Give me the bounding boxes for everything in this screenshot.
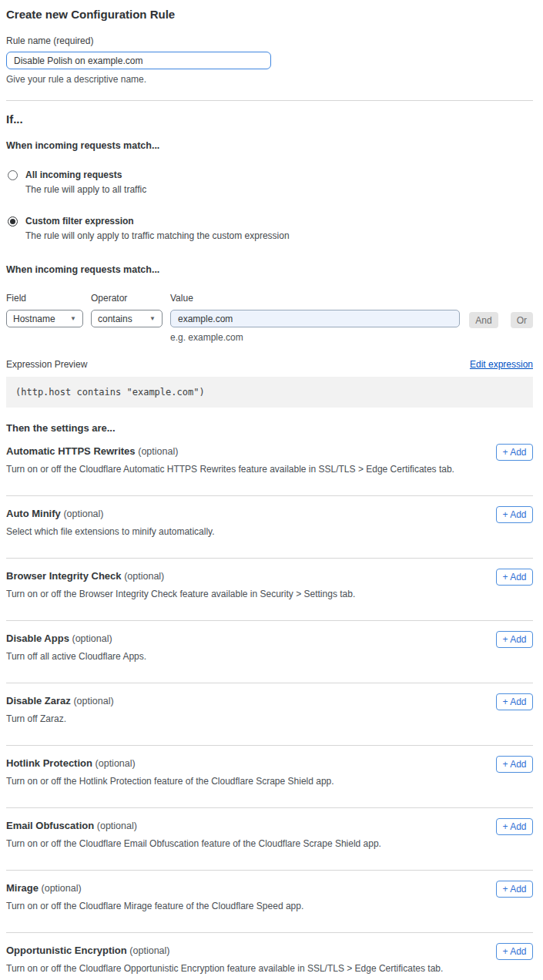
field-select[interactable]: Hostname ▼	[6, 310, 83, 327]
then-heading: Then the settings are...	[6, 422, 533, 434]
setting-optional: (optional)	[73, 696, 113, 706]
expression-preview-header: Expression Preview Edit expression	[6, 359, 533, 370]
setting-description: Turn on or off the Cloudflare Email Obfu…	[6, 838, 468, 849]
radio-checked-icon[interactable]	[8, 216, 18, 227]
radio-description: The rule will only apply to traffic matc…	[25, 230, 290, 241]
setting-name: Auto Minify	[6, 508, 61, 519]
value-label: Value	[170, 293, 460, 304]
field-select-value: Hostname	[13, 314, 55, 324]
radio-all-incoming-text: All incoming requests The rule will appl…	[25, 169, 146, 195]
setting-row-mirage: Mirage (optional) Turn on or off the Clo…	[6, 871, 533, 933]
setting-description: Turn on or off the Cloudflare Opportunis…	[6, 963, 468, 974]
setting-row-email-obfuscation: Email Obfuscation (optional) Turn on or …	[6, 808, 533, 871]
radio-unchecked-icon[interactable]	[8, 170, 18, 180]
setting-name: Mirage	[6, 882, 39, 894]
builder-heading: When incoming requests match...	[6, 264, 533, 275]
setting-name: Opportunistic Encryption	[6, 945, 127, 956]
setting-name: Email Obfuscation	[6, 820, 94, 831]
add-button[interactable]: + Add	[496, 881, 533, 898]
rule-name-input[interactable]	[6, 52, 271, 69]
value-helper: e.g. example.com	[170, 332, 460, 343]
setting-optional: (optional)	[138, 446, 178, 457]
setting-optional: (optional)	[42, 883, 82, 894]
expression-preview-label: Expression Preview	[6, 359, 87, 370]
setting-optional: (optional)	[72, 633, 112, 644]
divider	[6, 100, 533, 101]
operator-select[interactable]: contains ▼	[91, 310, 163, 327]
operator-select-value: contains	[98, 314, 132, 324]
setting-description: Turn on or off the Browser Integrity Che…	[6, 589, 468, 599]
setting-row-automatic-https-rewrites: Automatic HTTPS Rewrites (optional) Turn…	[6, 434, 533, 496]
setting-optional: (optional)	[129, 945, 169, 956]
rule-name-label: Rule name (required)	[6, 35, 533, 46]
setting-row-disable-zaraz: Disable Zaraz (optional) Turn off Zaraz.…	[6, 683, 533, 746]
edit-expression-link[interactable]: Edit expression	[470, 359, 533, 370]
and-or-buttons: And Or	[469, 312, 533, 328]
rule-name-helper: Give your rule a descriptive name.	[6, 74, 533, 85]
add-button[interactable]: + Add	[496, 943, 533, 960]
radio-label: All incoming requests	[25, 169, 146, 180]
or-button[interactable]: Or	[511, 312, 533, 328]
add-button[interactable]: + Add	[496, 444, 533, 461]
setting-name: Disable Apps	[6, 633, 69, 644]
setting-description: Turn off all active Cloudflare Apps.	[6, 651, 468, 662]
operator-column: Operator contains ▼	[91, 293, 163, 327]
field-column: Field Hostname ▼	[6, 293, 83, 327]
setting-name: Disable Zaraz	[6, 695, 71, 706]
setting-row-auto-minify: Auto Minify (optional) Select which file…	[6, 496, 533, 559]
field-label: Field	[6, 293, 83, 304]
setting-description: Turn on or off the Hotlink Protection fe…	[6, 776, 468, 787]
and-button[interactable]: And	[469, 312, 498, 328]
setting-row-opportunistic-encryption: Opportunistic Encryption (optional) Turn…	[6, 933, 533, 980]
add-button[interactable]: + Add	[496, 818, 533, 835]
value-column: Value e.g. example.com	[170, 293, 460, 343]
setting-description: Turn on or off the Cloudflare Automatic …	[6, 464, 468, 475]
radio-all-incoming[interactable]: All incoming requests The rule will appl…	[6, 169, 533, 195]
chevron-down-icon: ▼	[70, 315, 76, 322]
add-button[interactable]: + Add	[496, 693, 533, 710]
setting-row-browser-integrity-check: Browser Integrity Check (optional) Turn …	[6, 559, 533, 621]
match-heading: When incoming requests match...	[6, 140, 533, 151]
radio-description: The rule will apply to all traffic	[25, 184, 146, 195]
value-input[interactable]	[170, 310, 460, 327]
setting-optional: (optional)	[96, 758, 136, 769]
operator-label: Operator	[91, 293, 163, 304]
setting-name: Browser Integrity Check	[6, 570, 122, 582]
add-button[interactable]: + Add	[496, 631, 533, 648]
setting-row-hotlink-protection: Hotlink Protection (optional) Turn on or…	[6, 746, 533, 808]
if-heading: If...	[6, 112, 533, 126]
page-title: Create new Configuration Rule	[6, 8, 533, 21]
radio-custom-filter-text: Custom filter expression The rule will o…	[25, 216, 290, 241]
setting-name: Hotlink Protection	[6, 757, 92, 769]
expression-preview-code: (http.host contains "example.com")	[6, 377, 533, 408]
setting-row-disable-apps: Disable Apps (optional) Turn off all act…	[6, 621, 533, 683]
setting-description: Turn off Zaraz.	[6, 713, 468, 724]
setting-optional: (optional)	[124, 571, 164, 582]
setting-optional: (optional)	[97, 821, 137, 831]
expression-builder-row: Field Hostname ▼ Operator contains ▼ Val…	[6, 293, 533, 343]
setting-description: Select which file extensions to minify a…	[6, 526, 468, 537]
add-button[interactable]: + Add	[496, 569, 533, 586]
rule-name-section: Rule name (required) Give your rule a de…	[6, 35, 533, 85]
setting-optional: (optional)	[63, 508, 103, 519]
radio-label: Custom filter expression	[25, 216, 290, 227]
setting-description: Turn on or off the Cloudflare Mirage fea…	[6, 901, 468, 911]
setting-name: Automatic HTTPS Rewrites	[6, 445, 136, 457]
add-button[interactable]: + Add	[496, 506, 533, 523]
radio-custom-filter[interactable]: Custom filter expression The rule will o…	[6, 216, 533, 241]
chevron-down-icon: ▼	[149, 315, 156, 322]
add-button[interactable]: + Add	[496, 756, 533, 773]
